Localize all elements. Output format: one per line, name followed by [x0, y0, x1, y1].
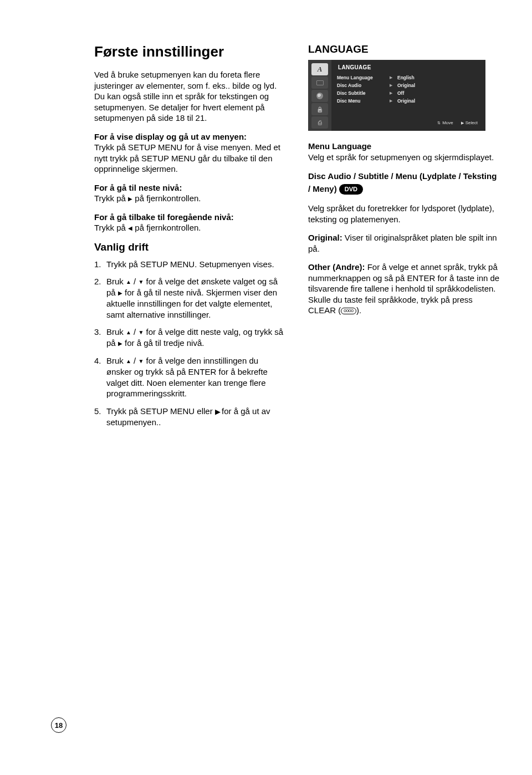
lock-icon [316, 106, 323, 113]
triangle-right-icon: ▶ [390, 83, 397, 88]
osd-tab-other [311, 116, 328, 129]
osd-tab-language [311, 63, 328, 75]
right-column: LANGUAGE LANGUAGE Menu Language [308, 43, 500, 435]
steps-list: 1.Trykk på SETUP MENU. Setupmenyen vises… [94, 259, 286, 428]
prev-level-heading: For å gå tilbake til foregående nivå: [94, 212, 234, 222]
step-2-b: / [131, 277, 139, 286]
triangle-right-icon [118, 338, 122, 348]
menu-language-heading: Menu Language [308, 141, 371, 151]
disc-body-paragraph: Velg språket du foretrekker for lydspore… [308, 203, 500, 225]
osd-row: Disc Menu ▶ Original [337, 97, 480, 105]
updown-icon: ⇅ [437, 121, 441, 125]
step-3-b: / [131, 327, 139, 336]
disc-heading-paragraph: Disc Audio / Subtitle / Menu (Lydplate /… [308, 170, 500, 195]
step-2-a: Bruk [106, 277, 126, 286]
two-column-layout: Første innstillinger Ved å bruke setupme… [94, 43, 500, 435]
step-2-d: for å gå til neste nivå. Skjermen viser … [106, 288, 277, 319]
triangle-up-icon [126, 356, 131, 365]
triangle-down-icon [138, 327, 144, 336]
triangle-left-icon [128, 223, 132, 232]
step-1-text: Trykk på SETUP MENU. Setupmenyen vises. [106, 259, 274, 269]
osd-tab-audio [311, 90, 328, 102]
osd-row-label: Disc Audio [337, 83, 390, 88]
display-menu-heading: For å vise display og gå ut av menyen: [94, 132, 247, 141]
list-item: 5. Trykk på SETUP MENU eller for å gå ut… [94, 406, 286, 428]
next-level-paragraph: For å gå til neste nivå: Trykk på på fje… [94, 182, 286, 204]
triangle-up-icon [126, 277, 131, 286]
next-level-body-b: på fjernkontrollen. [132, 193, 201, 203]
disc-heading-text: Disc Audio / Subtitle / Menu (Lydplate /… [308, 171, 497, 193]
section-heading-vanlig-drift: Vanlig drift [94, 241, 286, 253]
prev-level-body-a: Trykk på [94, 223, 128, 232]
prev-level-body-b: på fjernkontrollen. [132, 223, 201, 232]
osd-footer: ⇅Move ▶Select [337, 105, 480, 126]
list-item: 4. Bruk / for å velge den innstillingen … [94, 355, 286, 399]
osd-footer-move: ⇅Move [437, 120, 453, 125]
page-number: 18 [51, 717, 66, 733]
triangle-up-icon [126, 327, 131, 336]
list-item: 1.Trykk på SETUP MENU. Setupmenyen vises… [94, 259, 286, 270]
osd-tab-display [311, 77, 328, 89]
intro-paragraph: Ved å bruke setupmenyen kan du foreta fl… [94, 69, 286, 124]
list-item: 2. Bruk / for å velge det ønskete valget… [94, 276, 286, 320]
triangle-right-icon: ▶ [390, 99, 397, 103]
osd-screenshot: LANGUAGE Menu Language ▶ English Disc Au… [308, 60, 485, 131]
triangle-down-icon [138, 277, 144, 286]
clear-code-pill: 0000 [341, 308, 356, 314]
menu-language-body: Velg et språk for setupmenyen og skjermd… [308, 152, 494, 162]
left-column: Første innstillinger Ved å bruke setupme… [94, 43, 286, 435]
triangle-right-icon [118, 288, 122, 297]
audio-icon [316, 93, 323, 99]
other-icon [318, 119, 322, 126]
triangle-right-icon [128, 193, 132, 203]
osd-footer-select: ▶Select [461, 120, 478, 125]
section-heading-language: LANGUAGE [308, 43, 500, 55]
osd-tab-lock [311, 103, 328, 115]
triangle-right-icon: ▶ [461, 121, 464, 125]
osd-side-tabs [308, 60, 331, 131]
original-paragraph: Original: Viser til originalspråket plat… [308, 232, 500, 254]
language-icon [318, 65, 323, 74]
triangle-right-icon: ▶ [390, 75, 397, 80]
osd-row: Menu Language ▶ English [337, 74, 480, 81]
list-item: 3. Bruk / for å velge ditt neste valg, o… [94, 327, 286, 349]
other-paragraph: Other (Andre): For å velge et annet språ… [308, 262, 500, 316]
display-menu-body: Trykk på SETUP MENU for å vise menyen. M… [94, 142, 280, 174]
osd-row-label: Menu Language [337, 75, 390, 80]
step-5-a: Trykk på SETUP MENU eller [106, 406, 215, 416]
next-level-heading: For å gå til neste nivå: [94, 183, 182, 192]
osd-row-value: Off [397, 90, 404, 96]
step-4-a: Bruk [106, 356, 126, 365]
page-title: Første innstillinger [94, 43, 286, 60]
step-3-a: Bruk [106, 327, 126, 336]
osd-row: Disc Subtitle ▶ Off [337, 89, 480, 97]
display-icon [316, 80, 324, 85]
prev-level-paragraph: For å gå tilbake til foregående nivå: Tr… [94, 212, 286, 233]
step-3-d: for å gå til tredje nivå. [122, 338, 204, 348]
other-label: Other (Andre): [308, 262, 365, 272]
osd-row-value: English [397, 75, 415, 80]
osd-title: LANGUAGE [338, 64, 480, 70]
osd-row-label: Disc Menu [337, 98, 390, 104]
display-menu-paragraph: For å vise display og gå ut av menyen: T… [94, 131, 286, 175]
osd-row-value: Original [397, 83, 415, 88]
other-body-b: ). [356, 305, 361, 315]
osd-row-value: Original [397, 98, 415, 104]
step-4-b: / [131, 356, 139, 365]
triangle-down-icon [138, 356, 144, 365]
original-label: Original: [308, 233, 342, 242]
menu-language-paragraph: Menu Language Velg et språk for setupmen… [308, 141, 500, 162]
osd-row: Disc Audio ▶ Original [337, 81, 480, 89]
triangle-right-icon: ▶ [390, 91, 397, 95]
osd-main-panel: LANGUAGE Menu Language ▶ English Disc Au… [331, 60, 485, 131]
play-icon [215, 406, 219, 416]
osd-row-label: Disc Subtitle [337, 90, 390, 96]
dvd-badge: DVD [339, 184, 363, 195]
next-level-body-a: Trykk på [94, 193, 128, 203]
manual-page: Første innstillinger Ved å bruke setupme… [0, 0, 532, 775]
